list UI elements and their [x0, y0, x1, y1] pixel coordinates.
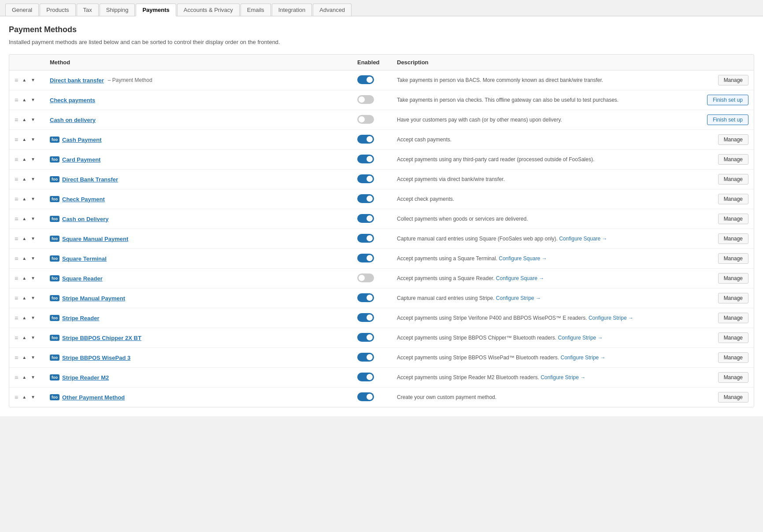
drag-handle[interactable]: ≡	[15, 255, 18, 262]
arrow-up-btn[interactable]: ▲	[21, 216, 28, 222]
toggle-slider[interactable]	[357, 353, 374, 362]
manage-button[interactable]: Manage	[718, 392, 748, 403]
manage-button[interactable]: Manage	[718, 332, 748, 343]
toggle-stripe-reader-m2[interactable]	[357, 373, 374, 381]
toggle-stripe-manual-payment[interactable]	[357, 293, 374, 302]
toggle-square-reader[interactable]	[357, 273, 374, 282]
configure-link[interactable]: Configure Square →	[559, 236, 607, 242]
method-name-cash-on-delivery[interactable]: Cash on delivery	[50, 117, 96, 123]
arrow-up-btn[interactable]: ▲	[21, 335, 28, 340]
arrow-down-btn[interactable]: ▼	[30, 315, 37, 321]
arrow-down-btn[interactable]: ▼	[30, 196, 37, 202]
tab-payments[interactable]: Payments	[136, 4, 176, 16]
manage-button[interactable]: Manage	[718, 134, 748, 145]
manage-button[interactable]: Manage	[718, 372, 748, 383]
method-name-square-terminal[interactable]: Square Terminal	[62, 255, 107, 262]
toggle-cash-on-delivery[interactable]	[357, 115, 374, 124]
method-name-stripe-reader-m2[interactable]: Stripe Reader M2	[62, 374, 109, 381]
manage-button[interactable]: Manage	[718, 352, 748, 363]
arrow-down-btn[interactable]: ▼	[30, 177, 37, 182]
drag-handle[interactable]: ≡	[15, 156, 18, 163]
drag-handle[interactable]: ≡	[15, 374, 18, 381]
arrow-down-btn[interactable]: ▼	[30, 216, 37, 222]
method-name-check-payments[interactable]: Check payments	[50, 97, 95, 103]
toggle-square-manual-payment[interactable]	[357, 234, 374, 243]
toggle-slider[interactable]	[357, 194, 374, 203]
manage-button[interactable]: Manage	[718, 214, 748, 224]
arrow-down-btn[interactable]: ▼	[30, 296, 37, 301]
tab-tax[interactable]: Tax	[77, 4, 99, 16]
drag-handle[interactable]: ≡	[15, 394, 18, 401]
configure-link[interactable]: Configure Square →	[496, 275, 544, 281]
manage-button[interactable]: Manage	[718, 253, 748, 264]
toggle-slider[interactable]	[357, 214, 374, 223]
toggle-check-payments[interactable]	[357, 95, 374, 104]
arrow-up-btn[interactable]: ▲	[21, 177, 28, 182]
toggle-slider[interactable]	[357, 333, 374, 342]
manage-button[interactable]: Manage	[718, 313, 748, 323]
toggle-slider[interactable]	[357, 254, 374, 262]
arrow-up-btn[interactable]: ▲	[21, 97, 28, 103]
tab-advanced[interactable]: Advanced	[313, 4, 352, 16]
configure-link[interactable]: Configure Stripe →	[541, 374, 585, 381]
arrow-up-btn[interactable]: ▲	[21, 137, 28, 142]
toggle-slider[interactable]	[357, 75, 374, 84]
arrow-down-btn[interactable]: ▼	[30, 256, 37, 261]
drag-handle[interactable]: ≡	[15, 136, 18, 143]
configure-link[interactable]: Configure Stripe →	[589, 315, 633, 321]
drag-handle[interactable]: ≡	[15, 334, 18, 341]
toggle-slider[interactable]	[357, 373, 374, 381]
arrow-up-btn[interactable]: ▲	[21, 276, 28, 281]
toggle-stripe-reader[interactable]	[357, 313, 374, 322]
manage-button[interactable]: Manage	[718, 293, 748, 303]
arrow-down-btn[interactable]: ▼	[30, 78, 37, 83]
toggle-slider[interactable]	[357, 115, 374, 124]
toggle-card-payment-foo[interactable]	[357, 155, 374, 163]
configure-link[interactable]: Configure Stripe →	[496, 295, 541, 301]
arrow-down-btn[interactable]: ▼	[30, 335, 37, 340]
method-name-stripe-reader[interactable]: Stripe Reader	[62, 315, 100, 321]
arrow-up-btn[interactable]: ▲	[21, 296, 28, 301]
toggle-slider[interactable]	[357, 155, 374, 163]
manage-button[interactable]: Manage	[718, 174, 748, 185]
toggle-cash-payment-foo[interactable]	[357, 135, 374, 144]
arrow-down-btn[interactable]: ▼	[30, 276, 37, 281]
arrow-up-btn[interactable]: ▲	[21, 196, 28, 202]
arrow-up-btn[interactable]: ▲	[21, 157, 28, 162]
toggle-slider[interactable]	[357, 234, 374, 243]
method-name-stripe-bbpos-chipper[interactable]: Stripe BBPOS Chipper 2X BT	[62, 335, 141, 341]
toggle-slider[interactable]	[357, 174, 374, 183]
tab-accounts-privacy[interactable]: Accounts & Privacy	[177, 4, 240, 16]
method-name-cash-on-delivery-foo[interactable]: Cash on Delivery	[62, 216, 109, 222]
method-name-direct-bank-transfer-foo[interactable]: Direct Bank Transfer	[62, 176, 118, 183]
configure-link[interactable]: Configure Square →	[499, 255, 547, 262]
manage-button[interactable]: Manage	[718, 233, 748, 244]
arrow-up-btn[interactable]: ▲	[21, 236, 28, 241]
manage-button[interactable]: Manage	[718, 75, 748, 85]
drag-handle[interactable]: ≡	[15, 196, 18, 203]
toggle-direct-bank-transfer-woo[interactable]	[357, 75, 374, 84]
toggle-direct-bank-transfer-foo[interactable]	[357, 174, 374, 183]
drag-handle[interactable]: ≡	[15, 116, 18, 123]
toggle-stripe-bbpos-chipper[interactable]	[357, 333, 374, 342]
drag-handle[interactable]: ≡	[15, 77, 18, 84]
method-name-check-payment-foo[interactable]: Check Payment	[62, 196, 105, 203]
arrow-up-btn[interactable]: ▲	[21, 256, 28, 261]
toggle-slider[interactable]	[357, 392, 374, 401]
finish-setup-button[interactable]: Finish set up	[707, 95, 748, 105]
drag-handle[interactable]: ≡	[15, 295, 18, 302]
manage-button[interactable]: Manage	[718, 273, 748, 284]
toggle-slider[interactable]	[357, 95, 374, 104]
arrow-down-btn[interactable]: ▼	[30, 375, 37, 380]
arrow-down-btn[interactable]: ▼	[30, 157, 37, 162]
tab-integration[interactable]: Integration	[272, 4, 312, 16]
arrow-up-btn[interactable]: ▲	[21, 395, 28, 400]
arrow-down-btn[interactable]: ▼	[30, 137, 37, 142]
arrow-up-btn[interactable]: ▲	[21, 117, 28, 122]
arrow-up-btn[interactable]: ▲	[21, 78, 28, 83]
drag-handle[interactable]: ≡	[15, 314, 18, 321]
manage-button[interactable]: Manage	[718, 194, 748, 204]
drag-handle[interactable]: ≡	[15, 275, 18, 282]
drag-handle[interactable]: ≡	[15, 176, 18, 183]
method-name-direct-bank-transfer-woo[interactable]: Direct bank transfer	[50, 77, 104, 84]
